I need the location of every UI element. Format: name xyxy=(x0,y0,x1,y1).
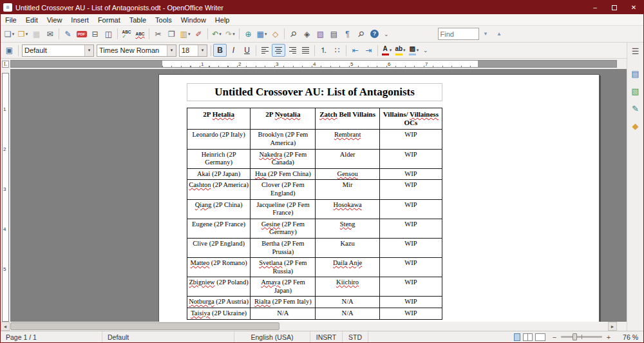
paste-icon[interactable]: ▥▾ xyxy=(178,28,192,41)
toolbar-overflow-icon[interactable]: ⌄ xyxy=(423,47,428,54)
find-previous-icon[interactable]: ▲ xyxy=(493,28,506,41)
column-header[interactable]: Zatch Bell Villains xyxy=(316,108,379,130)
table-cell[interactable]: Qiang (2P China) xyxy=(187,199,251,219)
export-pdf-icon[interactable]: PDF xyxy=(75,28,88,41)
table-cell[interactable]: Mir xyxy=(316,180,379,199)
copy-icon[interactable]: ❐ xyxy=(165,28,178,41)
table-cell[interactable]: Kazu xyxy=(316,238,379,257)
table-cell[interactable]: Clover (2P Fem England) xyxy=(251,180,316,199)
align-center-icon[interactable] xyxy=(272,44,285,57)
horizontal-scroll-track[interactable] xyxy=(10,322,608,331)
font-name-combo[interactable]: Times New Roman ▾ xyxy=(97,44,176,57)
find-next-icon[interactable]: ▼ xyxy=(479,28,493,41)
table-cell[interactable]: Matteo (2P Romano) xyxy=(187,258,251,277)
increase-indent-icon[interactable]: ⇥ xyxy=(362,44,375,57)
auto-spellcheck-icon[interactable]: ABC xyxy=(133,28,147,41)
table-cell[interactable]: Amaya (2P Fem Japan) xyxy=(251,277,316,297)
cut-icon[interactable]: ✂ xyxy=(151,28,165,41)
justified-icon[interactable] xyxy=(299,44,312,57)
status-language[interactable]: English (USA) xyxy=(234,331,310,342)
horizontal-ruler[interactable]: 1234567 xyxy=(10,60,617,68)
sidebar-navigator-icon[interactable]: ◆ xyxy=(629,121,642,133)
toolbar-overflow-icon[interactable]: ⌄ xyxy=(384,31,389,37)
paragraph-style-combo[interactable]: Default ▾ xyxy=(22,44,94,57)
table-cell[interactable]: Notburga (2P Austria) xyxy=(187,297,251,308)
chevron-down-icon[interactable]: ▾ xyxy=(188,32,191,37)
status-page-count[interactable]: Page 1 / 1 xyxy=(1,331,102,342)
menu-window[interactable]: Window xyxy=(176,14,211,25)
table-cell[interactable]: Hosokawa xyxy=(316,199,379,219)
zoom-slider-thumb[interactable] xyxy=(573,333,577,340)
status-insert-mode[interactable]: INSRT xyxy=(310,331,343,342)
minimize-button[interactable]: – xyxy=(585,1,605,14)
chevron-down-icon[interactable]: ▾ xyxy=(219,32,222,37)
table-cell[interactable]: WIP xyxy=(379,199,442,219)
table-cell[interactable]: Heinrich (2P Germany) xyxy=(187,149,251,168)
font-size-combo[interactable]: 18 ▾ xyxy=(179,44,207,57)
help-icon[interactable]: ? xyxy=(368,28,381,41)
sidebar-gallery-icon[interactable]: ▧ xyxy=(629,86,642,98)
data-sources-icon[interactable]: ▤ xyxy=(327,28,341,41)
find-input[interactable] xyxy=(438,28,479,40)
status-page-style[interactable]: Default xyxy=(102,331,234,342)
table-cell[interactable]: Bertha (2P Fem Prussia) xyxy=(251,238,316,257)
table-cell[interactable]: WIP xyxy=(379,308,442,320)
maximize-button[interactable] xyxy=(605,1,624,14)
table-cell[interactable]: Akai (2P Japan) xyxy=(187,168,251,180)
view-multiple-pages-icon[interactable] xyxy=(523,333,533,341)
chevron-down-icon[interactable]: ▾ xyxy=(390,48,392,53)
menu-insert[interactable]: Insert xyxy=(66,14,93,25)
table-cell[interactable]: WIP xyxy=(379,149,442,168)
table-cell[interactable]: Clive (2P England) xyxy=(187,238,251,257)
insert-table-icon[interactable]: ▦▾ xyxy=(255,28,269,41)
table-cell[interactable]: N/A xyxy=(316,297,379,308)
menu-tools[interactable]: Tools xyxy=(151,14,176,25)
table-cell[interactable]: WIP xyxy=(379,219,442,238)
table-cell[interactable]: WIP xyxy=(379,180,442,199)
menu-help[interactable]: Help xyxy=(211,14,234,25)
chevron-down-icon[interactable]: ▾ xyxy=(232,32,235,37)
chevron-down-icon[interactable]: ▾ xyxy=(167,45,176,56)
chevron-down-icon[interactable]: ▾ xyxy=(417,48,419,53)
table-cell[interactable]: Brooklyn (2P Fem America) xyxy=(251,130,316,149)
chevron-down-icon[interactable]: ▾ xyxy=(403,48,406,53)
open-folder-icon[interactable]: ❒▾ xyxy=(16,28,30,41)
numbering-on-off-icon[interactable]: ⒈ xyxy=(317,44,330,57)
spellcheck-icon[interactable]: ABC✓ xyxy=(120,28,133,41)
menu-view[interactable]: View xyxy=(43,14,67,25)
column-header[interactable]: 2P Nyotalia xyxy=(251,108,316,130)
navigator-icon[interactable]: ◈ xyxy=(300,28,314,41)
chevron-down-icon[interactable]: ▾ xyxy=(198,45,207,56)
email-icon[interactable]: ✉ xyxy=(43,28,57,41)
table-cell[interactable]: Jacqueline (2P Fem France) xyxy=(251,199,316,219)
table-cell[interactable]: Alder xyxy=(316,149,379,168)
menu-file[interactable]: File xyxy=(1,14,21,25)
menu-format[interactable]: Format xyxy=(93,14,125,25)
print-icon[interactable]: ⊟ xyxy=(88,28,102,41)
align-right-icon[interactable] xyxy=(285,44,299,57)
vertical-ruler[interactable]: 12345 xyxy=(1,69,10,322)
edit-file-icon[interactable]: ✎ xyxy=(61,28,75,41)
table-cell[interactable]: Leonardo (2P Italy) xyxy=(187,130,251,149)
table-cell[interactable]: Rembrant xyxy=(316,130,379,149)
table-cell[interactable]: N/A xyxy=(316,308,379,320)
zoom-slider[interactable] xyxy=(561,336,602,338)
table-cell[interactable]: WIP xyxy=(379,168,442,180)
table-cell[interactable]: WIP xyxy=(379,277,442,297)
styles-panel-icon[interactable]: ▣ xyxy=(3,44,16,57)
table-cell[interactable]: Taisiya (2P Ukraine) xyxy=(187,308,251,320)
highlighting-icon[interactable]: ab▾ xyxy=(393,44,407,57)
underline-icon[interactable]: U xyxy=(240,44,254,57)
bold-icon[interactable]: B xyxy=(213,44,227,57)
view-single-page-icon[interactable] xyxy=(514,333,520,341)
close-button[interactable]: ✕ xyxy=(624,1,643,14)
scroll-right-icon[interactable]: ► xyxy=(608,322,617,331)
column-header[interactable]: Villains/ Villainess OCs xyxy=(379,108,442,130)
view-book-icon[interactable] xyxy=(535,333,545,341)
sidebar-properties-icon[interactable]: ▤ xyxy=(629,69,642,81)
table-cell[interactable]: Rialta (2P Fem Italy) xyxy=(251,297,316,308)
save-icon[interactable]: ▦ xyxy=(30,28,43,41)
font-color-icon[interactable]: A▾ xyxy=(380,44,393,57)
decrease-indent-icon[interactable]: ⇤ xyxy=(348,44,362,57)
table-cell[interactable]: Hua (2P Fem China) xyxy=(251,168,316,180)
